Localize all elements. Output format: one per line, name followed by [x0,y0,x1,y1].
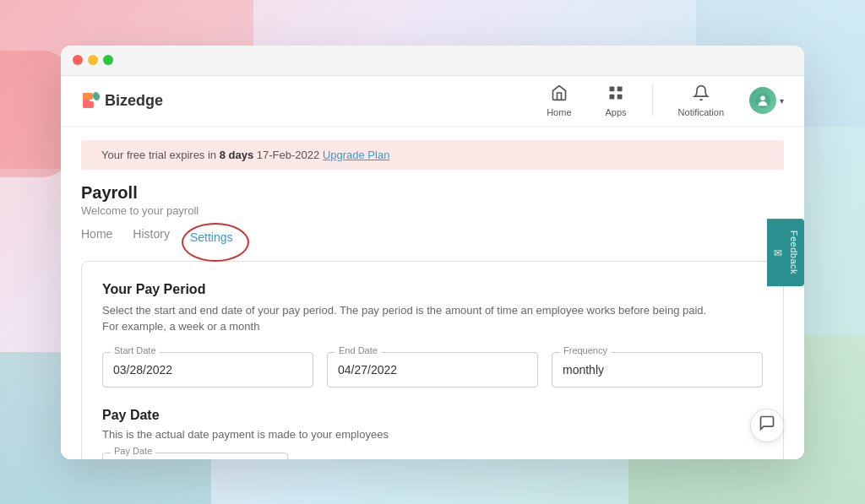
frequency-input[interactable] [552,352,763,387]
pay-date-desc: This is the actual date payment is made … [102,428,763,441]
pay-date-group: Pay Date [102,453,288,459]
dot-yellow[interactable] [88,55,98,65]
pay-period-fields: Start Date End Date Frequency [102,352,763,387]
nav-separator [652,85,653,116]
svg-rect-1 [83,93,93,100]
feedback-button[interactable]: ✉ Feedback [767,218,804,285]
trial-text-middle: 17-Feb-2022 [257,149,323,161]
start-date-group: Start Date [102,352,313,387]
app-container: Bizedge Home [61,76,804,459]
pay-date-section: Pay Date This is the actual date payment… [102,408,763,459]
svg-rect-6 [610,94,615,99]
page-header: Payroll Welcome to your payroll [61,170,804,217]
trial-bold-text: 8 days [220,149,253,161]
chat-icon [759,415,775,436]
end-date-group: End Date [327,352,538,387]
nav-item-apps[interactable]: Apps [589,84,644,117]
browser-dots [73,55,113,65]
logo-text: Bizedge [105,92,163,110]
tab-settings[interactable]: Settings [190,230,233,251]
page-title: Payroll [81,183,784,203]
main-card: Your Pay Period Select the start and end… [81,261,784,459]
pay-period-desc-line1: Select the start and end date of your pa… [102,304,706,317]
nav-notification-label: Notification [678,107,724,117]
pay-period-desc-line2: For example, a week or a month [102,320,259,333]
nav-items: Home Apps [530,84,784,117]
frequency-label: Frequency [560,345,611,355]
svg-rect-5 [617,86,623,91]
notification-icon [693,84,710,106]
pay-period-title: Your Pay Period [102,282,763,297]
nav-item-home[interactable]: Home [530,84,588,117]
app-header: Bizedge Home [61,76,804,127]
feedback-envelope-icon: ✉ [772,247,784,258]
settings-tab-wrapper: Settings [190,230,233,245]
pay-period-desc: Select the start and end date of your pa… [102,302,763,335]
chat-button[interactable] [750,409,784,442]
upgrade-plan-link[interactable]: Upgrade Plan [323,149,390,161]
trial-text-before: Your free trial expires in [101,149,220,161]
tabs: Home History Settings [61,217,804,247]
pay-date-label: Pay Date [111,446,155,456]
svg-rect-4 [610,86,615,91]
svg-point-9 [760,96,764,100]
frequency-group: Frequency [552,352,763,387]
pay-date-title: Pay Date [102,408,763,423]
browser-window: Bizedge Home [61,46,804,459]
avatar [749,87,776,114]
start-date-label: Start Date [111,345,160,355]
apps-icon [607,84,624,106]
logo-area: Bizedge [81,91,530,110]
nav-apps-label: Apps [606,107,627,117]
page-subtitle: Welcome to your payroll [81,204,784,217]
dot-red[interactable] [73,55,83,65]
home-icon [551,84,568,106]
feedback-label: Feedback [789,230,799,274]
start-date-input[interactable] [102,352,313,387]
nav-home-label: Home [547,107,571,117]
app-content: Your free trial expires in 8 days 17-Feb… [61,127,804,459]
chevron-down-icon: ▾ [780,96,784,106]
trial-banner: Your free trial expires in 8 days 17-Feb… [81,140,784,170]
end-date-label: End Date [335,345,381,355]
tab-home[interactable]: Home [81,227,112,247]
user-area[interactable]: ▾ [741,87,784,114]
tab-history[interactable]: History [133,227,170,247]
nav-item-notification[interactable]: Notification [661,84,741,117]
dot-green[interactable] [103,55,113,65]
svg-point-3 [92,91,100,101]
svg-rect-2 [83,101,94,108]
end-date-input[interactable] [327,352,538,387]
logo-icon [81,91,100,110]
browser-titlebar [61,46,804,76]
svg-rect-7 [617,94,623,99]
